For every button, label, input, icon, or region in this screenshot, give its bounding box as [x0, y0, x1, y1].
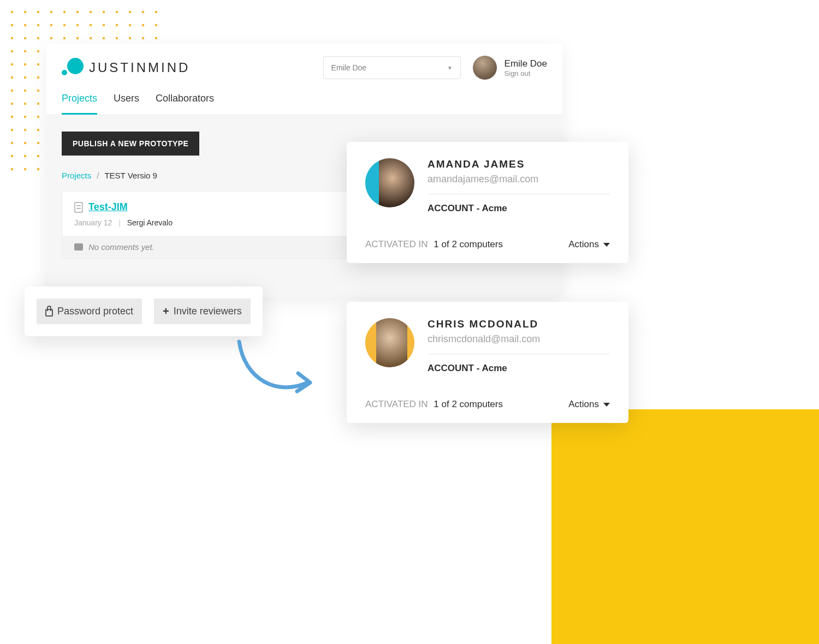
tab-collaborators[interactable]: Collaborators	[156, 93, 214, 115]
actions-label: Actions	[568, 239, 599, 250]
breadcrumb-separator: /	[97, 171, 99, 180]
user-card-account: ACCOUNT - Acme	[428, 203, 610, 214]
divider	[428, 354, 610, 354]
logo-mark-icon	[62, 57, 84, 79]
activated-label: ACTIVATED IN	[365, 399, 428, 409]
divider	[428, 194, 610, 194]
tabs: Projects Users Collaborators	[46, 80, 562, 115]
publish-prototype-button[interactable]: PUBLISH A NEW PROTOTYPE	[62, 132, 199, 156]
chevron-down-icon	[603, 243, 610, 247]
user-select-dropdown[interactable]: Emile Doe ▼	[323, 56, 461, 79]
breadcrumb-root[interactable]: Projects	[62, 171, 91, 180]
prototype-author: Sergi Arevalo	[127, 218, 173, 227]
arrow-illustration	[228, 336, 321, 407]
header: JUSTINMIND Emile Doe ▼ Emile Doe Sign ou…	[46, 44, 562, 80]
prototype-title-link[interactable]: Test-JIM	[88, 201, 128, 213]
decorative-yellow-block	[551, 409, 819, 644]
lock-icon	[45, 309, 53, 317]
actions-label: Actions	[568, 399, 599, 410]
invite-reviewers-label: Invite reviewers	[174, 306, 242, 317]
header-right: Emile Doe ▼ Emile Doe Sign out	[323, 56, 547, 80]
logo-text: JUSTINMIND	[89, 60, 190, 75]
user-card-name: AMANDA JAMES	[428, 158, 610, 170]
user-card-name: CHRIS MCDONALD	[428, 318, 610, 330]
sign-out-link[interactable]: Sign out	[505, 69, 547, 77]
activated-in: ACTIVATED IN 1 of 2 computers	[365, 239, 503, 250]
password-protect-label: Password protect	[57, 306, 133, 317]
action-card: Password protect + Invite reviewers	[25, 287, 263, 336]
prototype-date: January 12	[74, 218, 112, 227]
user-card-account: ACCOUNT - Acme	[428, 363, 610, 374]
tab-projects[interactable]: Projects	[62, 93, 97, 115]
tab-users[interactable]: Users	[114, 93, 139, 115]
avatar	[365, 158, 414, 207]
logo[interactable]: JUSTINMIND	[62, 57, 190, 79]
invite-reviewers-button[interactable]: + Invite reviewers	[154, 299, 251, 324]
comments-text: No comments yet.	[88, 242, 155, 252]
comment-icon	[74, 243, 83, 251]
user-select-value: Emile Doe	[331, 63, 367, 72]
user-card: CHRIS MCDONALD chrismcdonald@mail.com AC…	[347, 302, 628, 423]
user-card-email: amandajames@mail.com	[428, 174, 610, 185]
document-icon	[74, 202, 83, 213]
activated-in: ACTIVATED IN 1 of 2 computers	[365, 399, 503, 410]
avatar	[365, 318, 414, 367]
avatar[interactable]	[473, 56, 497, 80]
activated-label: ACTIVATED IN	[365, 239, 428, 249]
user-card-email: chrismcdonald@mail.com	[428, 333, 610, 345]
password-protect-button[interactable]: Password protect	[37, 299, 142, 324]
breadcrumb-current: TEST Versio 9	[104, 171, 157, 180]
user-block: Emile Doe Sign out	[473, 56, 547, 80]
plus-icon: +	[163, 305, 169, 318]
activated-value: 1 of 2 computers	[434, 239, 503, 249]
actions-dropdown[interactable]: Actions	[568, 239, 610, 250]
actions-dropdown[interactable]: Actions	[568, 399, 610, 410]
activated-value: 1 of 2 computers	[434, 399, 503, 409]
chevron-down-icon	[603, 403, 610, 407]
chevron-down-icon: ▼	[447, 65, 453, 71]
user-name: Emile Doe	[505, 58, 547, 69]
user-card: AMANDA JAMES amandajames@mail.com ACCOUN…	[347, 142, 628, 263]
